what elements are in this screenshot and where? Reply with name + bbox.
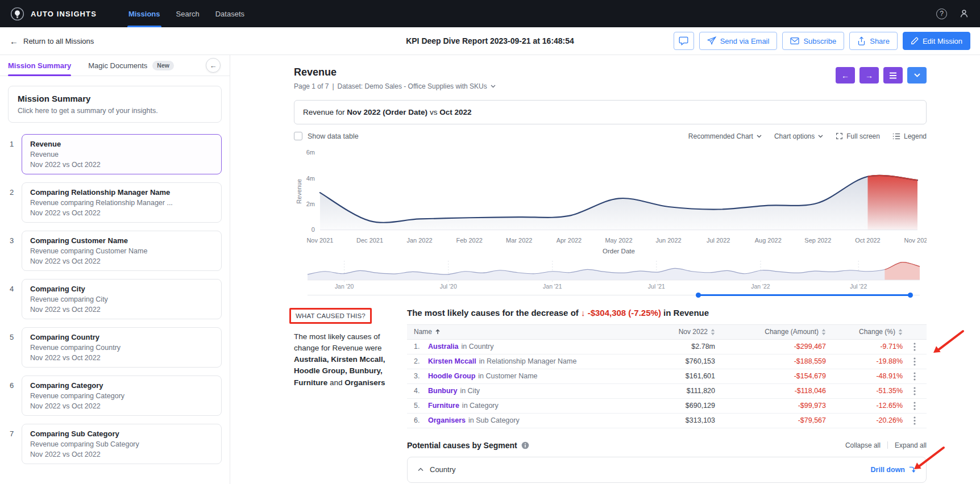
expand-panel-button[interactable]: [907, 67, 927, 84]
show-data-table-toggle[interactable]: Show data table: [294, 132, 359, 140]
mission-item-category[interactable]: Comparing Category Revenue comparing Cat…: [22, 375, 222, 416]
app-body: Mission Summary Magic Documents New ← Mi…: [0, 55, 980, 484]
svg-text:2m: 2m: [306, 201, 315, 207]
range-handle-left[interactable]: [696, 293, 701, 298]
brand: AUTO INSIGHTS: [10, 7, 97, 21]
mission-item-city[interactable]: Comparing City Revenue comparing City No…: [22, 279, 222, 319]
nav-item-datasets[interactable]: Datasets: [209, 0, 251, 27]
page-menu-button[interactable]: [883, 67, 903, 84]
svg-text:Jul '20: Jul '20: [440, 283, 457, 290]
row-menu-button[interactable]: [910, 385, 919, 397]
mission-item-revenue[interactable]: Revenue Revenue Nov 2022 vs Oct 2022: [22, 134, 222, 174]
checkbox-icon[interactable]: [294, 132, 302, 140]
nav-item-search[interactable]: Search: [169, 0, 206, 27]
expand-all-link[interactable]: Expand all: [895, 441, 927, 449]
app-logo-icon: [10, 7, 24, 21]
paper-plane-icon: [707, 36, 716, 45]
column-header-nov-2022[interactable]: Nov 2022: [618, 328, 715, 336]
cause-name-link[interactable]: Organisers: [428, 416, 466, 424]
pencil-icon: [911, 37, 919, 45]
share-button[interactable]: Share: [849, 32, 898, 50]
chart-controls-right: Recommended Chart Chart options Full scr…: [688, 132, 927, 140]
mission-item-country[interactable]: Comparing Country Revenue comparing Coun…: [22, 327, 222, 368]
cause-rank: 4.: [414, 387, 425, 395]
segments-header: Potential causes by Segment Collapse all…: [407, 441, 927, 450]
mission-item-number: 3: [0, 231, 22, 271]
query-box[interactable]: Revenue for Nov 2022 (Order Date) vs Oct…: [294, 100, 927, 124]
envelope-icon: [790, 37, 799, 45]
mission-summary-card-subtitle: Click here to get a summary of your insi…: [18, 107, 212, 115]
chart-options-dropdown[interactable]: Chart options: [774, 132, 823, 140]
back-to-missions-link[interactable]: ← Return to all Missions: [10, 36, 94, 46]
mission-item-number: 5: [0, 327, 22, 368]
tab-mission-summary[interactable]: Mission Summary: [8, 55, 71, 76]
row-menu-button[interactable]: [910, 400, 919, 412]
segment-label: Country: [430, 465, 456, 474]
slider-selected-range[interactable]: [698, 294, 911, 297]
info-icon[interactable]: [521, 441, 529, 449]
row-menu-button[interactable]: [910, 341, 919, 353]
column-header-change-amount[interactable]: Change (Amount): [715, 328, 826, 336]
header-actions: Send via Email Subscribe Share Edit Miss…: [674, 32, 970, 50]
legend-button[interactable]: Legend: [892, 132, 927, 140]
cause-segment: in Country: [462, 343, 494, 351]
next-page-button[interactable]: →: [859, 67, 879, 84]
column-name-label: Name: [414, 328, 432, 336]
page-title: Revenue: [294, 66, 927, 78]
row-menu-button[interactable]: [910, 370, 919, 382]
subscribe-button[interactable]: Subscribe: [782, 32, 844, 50]
primary-nav: Missions Search Datasets: [122, 0, 251, 27]
cause-name-link[interactable]: Bunbury: [428, 387, 457, 395]
help-icon[interactable]: ?: [936, 9, 947, 19]
collapse-all-link[interactable]: Collapse all: [845, 441, 881, 449]
column-change-pct-label: Change (%): [859, 328, 895, 336]
collapse-sidebar-button[interactable]: ←: [206, 58, 221, 73]
chart-controls: Show data table Recommended Chart Chart …: [294, 132, 927, 140]
svg-text:4m: 4m: [306, 175, 315, 182]
chat-icon: [679, 36, 688, 45]
prev-page-button[interactable]: ←: [836, 67, 855, 84]
sort-icon: [711, 329, 715, 335]
causes-table-header: Name Nov 2022 Change (Amount) Chang: [407, 324, 927, 340]
mission-item-period: Nov 2022 vs Oct 2022: [30, 402, 213, 410]
cause-name-link[interactable]: Hoodle Group: [428, 372, 475, 380]
recommended-chart-dropdown[interactable]: Recommended Chart: [688, 132, 762, 140]
nav-item-missions[interactable]: Missions: [122, 0, 167, 27]
dataset-label[interactable]: Dataset: Demo Sales - Office Supplies wi…: [338, 82, 487, 90]
meta-separator: |: [332, 82, 334, 90]
row-menu-button[interactable]: [910, 356, 919, 368]
comments-button[interactable]: [674, 32, 694, 50]
cause-name-link[interactable]: Kirsten Mccall: [428, 357, 476, 365]
page-meta: Page 1 of 7 | Dataset: Demo Sales - Offi…: [294, 82, 927, 90]
row-menu-button[interactable]: [910, 415, 919, 427]
edit-mission-button[interactable]: Edit Mission: [903, 32, 970, 50]
mission-item-sub-category[interactable]: Comparing Sub Category Revenue comparing…: [22, 424, 222, 464]
subscribe-label: Subscribe: [803, 37, 836, 45]
full-screen-button[interactable]: Full screen: [836, 132, 880, 140]
cause-name-link[interactable]: Furniture: [428, 402, 459, 410]
mission-item-customer-name[interactable]: Comparing Customer Name Revenue comparin…: [22, 231, 222, 271]
cause-name-link[interactable]: Australia: [428, 343, 459, 351]
tab-magic-documents[interactable]: Magic Documents New: [88, 55, 174, 76]
time-range-slider[interactable]: [308, 292, 920, 299]
segment-row-country[interactable]: Country Drill down: [407, 457, 927, 483]
mission-item-number: 7: [0, 424, 22, 464]
mission-item-relationship-manager[interactable]: Comparing Relationship Manager Name Reve…: [22, 182, 222, 223]
mission-item-number: 6: [0, 375, 22, 416]
cause-change-amount: -$79,567: [715, 416, 826, 424]
column-header-change-pct[interactable]: Change (%): [826, 328, 903, 336]
svg-text:Feb 2022: Feb 2022: [456, 237, 483, 244]
mission-item-number: 2: [0, 182, 22, 223]
cause-row: 1. Australia in Country $2.78m -$299,467…: [407, 340, 927, 354]
mission-item-period: Nov 2022 vs Oct 2022: [30, 306, 213, 314]
mission-summary-card[interactable]: Mission Summary Click here to get a summ…: [8, 86, 222, 123]
column-header-name[interactable]: Name: [407, 328, 618, 336]
cause-segment: in Sub Category: [468, 416, 520, 424]
send-via-email-button[interactable]: Send via Email: [699, 32, 778, 50]
user-icon[interactable]: [958, 8, 970, 19]
drill-down-link[interactable]: Drill down: [871, 466, 916, 474]
range-handle-right[interactable]: [908, 293, 913, 298]
sort-icon: [898, 329, 903, 335]
kebab-icon: [913, 387, 916, 395]
cause-cell-name: 4. Bunbury in City: [407, 387, 618, 395]
